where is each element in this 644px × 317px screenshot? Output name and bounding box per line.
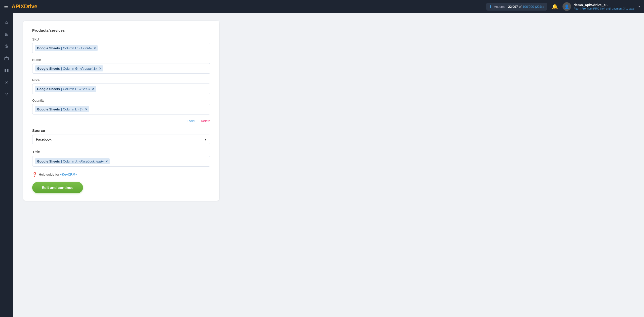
sku-input[interactable]: Google Sheets | Column F: «12234» × [32,43,210,53]
name-tag-source: Google Sheets [37,67,60,70]
plan-name: Premium PRO [581,7,599,10]
sidebar-item-home[interactable]: ⌂ [2,17,12,27]
name-tag: Google Sheets | Column G: «Product 1» × [35,65,103,71]
main-content: Products/services SKU Google Sheets | Co… [13,13,644,317]
help-prefix: Help guide for [39,173,59,176]
sku-tag-close[interactable]: × [94,46,96,50]
name-tag-column: | Column G: «Product 1» [61,67,97,70]
name-tag-close[interactable]: × [99,66,101,70]
logo-api: API [12,3,20,10]
user-info: demo_apix-drive_s3 Plan | Premium PRO | … [574,3,634,10]
price-tag-column: | Column H: «1200» [61,87,90,91]
title-input[interactable]: Google Sheets | Column J: «Facebook lead… [32,156,210,167]
quantity-tag-close[interactable]: × [85,107,87,111]
sku-tag: Google Sheets | Column F: «12234» × [35,45,98,51]
sku-field-group: SKU Google Sheets | Column F: «12234» × [32,37,210,53]
actions-pct: (22%) [535,5,544,9]
quantity-tag-column: | Column I: «3» [61,107,83,111]
sku-tag-source: Google Sheets [37,46,60,50]
help-text: Help guide for «KeyCRM» [39,173,77,176]
actions-used: 22'097 [508,5,518,9]
logo: APIXDrive [12,3,37,10]
logo-text: APIXDrive [12,3,37,10]
sidebar-item-help[interactable]: ? [2,90,12,100]
chevron-down-icon: ▾ [205,137,207,141]
price-input[interactable]: Google Sheets | Column H: «1200» × [32,84,210,94]
title-label: Title [32,150,210,154]
user-plan: Plan | Premium PRO | left until payment … [574,7,634,10]
title-tag: Google Sheets | Column J: «Facebook lead… [35,158,110,164]
user-name: demo_apix-drive_s3 [574,3,634,7]
quantity-tag: Google Sheets | Column I: «3» × [35,106,89,112]
sku-label: SKU [32,37,210,41]
sidebar-item-grid[interactable]: ⊞ [2,29,12,39]
svg-rect-0 [5,57,9,60]
source-value: Facebook [36,137,51,141]
help-row: ❓ Help guide for «KeyCRM» [32,172,210,177]
avatar: 👤 [562,2,571,11]
svg-point-3 [6,81,7,83]
actions-label: Actions: [494,5,505,9]
sidebar-item-workspace[interactable] [2,53,12,63]
name-input[interactable]: Google Sheets | Column G: «Product 1» × [32,63,210,74]
title-section: Title Google Sheets | Column J: «Faceboo… [32,150,210,167]
edit-continue-button[interactable]: Edit and continue [32,182,83,193]
menu-icon[interactable]: ☰ [4,4,8,9]
delete-button[interactable]: – Delete [198,119,210,123]
actions-badge: ℹ Actions: 22'097 of 100'000 (22%) [486,3,547,11]
quantity-label: Quantity [32,99,210,102]
help-link[interactable]: «KeyCRM» [60,173,77,176]
svg-rect-1 [5,69,6,72]
content-card: Products/services SKU Google Sheets | Co… [23,21,219,201]
name-label: Name [32,58,210,62]
plan-prefix: Plan | [574,7,581,10]
source-section: Source Facebook ▾ [32,128,210,144]
price-tag-close[interactable]: × [92,87,94,91]
title-tag-close[interactable]: × [106,159,108,163]
plan-days: 341 days [623,7,634,10]
sidebar-item-billing[interactable]: $ [2,41,12,51]
chevron-down-icon: ▾ [638,5,640,8]
quantity-tag-source: Google Sheets [37,107,60,111]
help-circle-icon: ❓ [32,172,37,177]
bell-icon[interactable]: 🔔 [552,4,558,10]
add-button[interactable]: + Add [186,119,195,123]
actions-numbers: 22'097 of 100'000 (22%) [508,5,544,9]
logo-x-icon: X [20,3,24,10]
add-delete-row: + Add – Delete [32,119,210,123]
title-tag-source: Google Sheets [37,160,60,163]
logo-drive: Drive [24,3,37,10]
actions-total: 100'000 [522,5,534,9]
price-tag-source: Google Sheets [37,87,60,91]
actions-of: of [519,5,522,9]
source-label: Source [32,128,210,133]
info-icon: ℹ [490,4,491,9]
sidebar-item-account[interactable] [2,77,12,88]
name-field-group: Name Google Sheets | Column G: «Product … [32,58,210,74]
sidebar: ⌂ ⊞ $ ? [0,13,13,317]
svg-rect-2 [7,69,9,72]
section-title: Products/services [32,28,210,32]
title-tag-column: | Column J: «Facebook lead» [61,160,104,163]
user-area[interactable]: 👤 demo_apix-drive_s3 Plan | Premium PRO … [562,2,640,11]
quantity-input[interactable]: Google Sheets | Column I: «3» × [32,104,210,114]
header: ☰ APIXDrive ℹ Actions: 22'097 of 100'000… [0,0,644,13]
source-select[interactable]: Facebook ▾ [32,135,210,144]
price-label: Price [32,78,210,82]
sidebar-item-play[interactable] [2,65,12,75]
quantity-field-group: Quantity Google Sheets | Column I: «3» × [32,99,210,114]
price-tag: Google Sheets | Column H: «1200» × [35,86,96,92]
price-field-group: Price Google Sheets | Column H: «1200» × [32,78,210,94]
plan-suffix: | left until payment [600,7,622,10]
sku-tag-column: | Column F: «12234» [61,46,92,50]
